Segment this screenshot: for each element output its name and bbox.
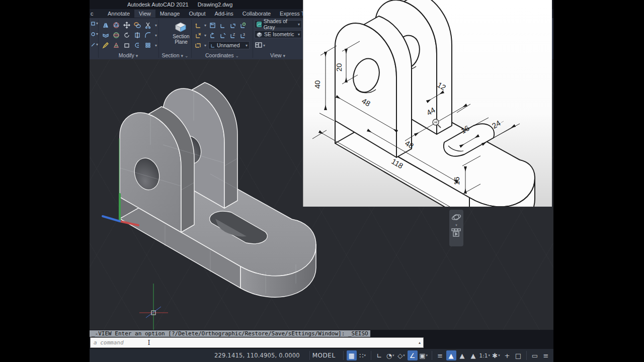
slice-icon[interactable] <box>133 31 141 39</box>
text-cursor-icon: I <box>148 339 150 346</box>
annotation-scale-flag[interactable]: ▲ <box>468 350 478 360</box>
chevron-down-icon[interactable]: ▾ <box>154 43 157 48</box>
command-history-text: _-VIEW Enter an option [?/Delete/Orthogr… <box>90 330 370 337</box>
snap-mode-toggle[interactable]: ∷▾ <box>358 350 368 360</box>
command-expand-icon[interactable]: ▴ <box>419 340 421 345</box>
polar-tracking-toggle[interactable]: ◔▾ <box>385 350 395 360</box>
panel-dialog-arrow-icon: ⌄ <box>185 53 189 58</box>
document-title: Drawing2.dwg <box>198 2 233 8</box>
mirror-icon[interactable] <box>102 21 110 29</box>
ucs-save-icon[interactable] <box>208 21 216 29</box>
chevron-down-icon[interactable]: ▾ <box>455 224 457 227</box>
isolate-objects-button[interactable]: □ <box>513 350 523 360</box>
panel-label-section[interactable]: Section ▾ ⌄ <box>159 52 191 58</box>
dim-lug-height: 40 <box>313 80 321 89</box>
tab-add-ins[interactable]: Add-ins <box>210 10 238 18</box>
view-cube-icon <box>257 32 262 37</box>
ucs-named-icon[interactable] <box>194 41 202 49</box>
offset-icon[interactable] <box>133 41 141 49</box>
tab-output[interactable]: Output <box>184 10 210 18</box>
chevron-down-icon[interactable]: ▾ <box>204 43 206 48</box>
autoscale-toggle[interactable]: ▲ <box>457 350 467 360</box>
panel-label-view[interactable]: View ▾ <box>254 52 302 58</box>
graphics-performance-button[interactable]: ▭ <box>530 350 540 360</box>
rotate-icon[interactable] <box>123 31 131 39</box>
view-preset-dropdown[interactable]: SE Isometric ▾ <box>255 30 302 38</box>
model-space-button[interactable]: MODEL <box>312 352 336 359</box>
reference-drawing-overlay: 40 20 48 12 44 48 118 16 24 16 <box>303 0 552 207</box>
move-icon[interactable] <box>123 21 131 29</box>
annotation-monitor-button[interactable]: + <box>502 350 512 360</box>
cone-measure-icon[interactable] <box>112 41 120 49</box>
isometric-drafting-toggle[interactable]: ◇▾ <box>396 350 407 360</box>
command-input[interactable]: a command I ▴ <box>90 337 424 348</box>
ucs-icon[interactable] <box>194 21 202 29</box>
ucs-previous-icon[interactable] <box>218 21 226 29</box>
command-row: a command I ▴ <box>90 337 553 349</box>
ucs-world-icon[interactable] <box>238 21 247 29</box>
chevron-down-icon: ▾ <box>364 353 366 357</box>
tab-manage[interactable]: Manage <box>155 10 185 18</box>
chevron-down-icon[interactable]: ▾ <box>263 43 265 48</box>
isodraft-icon: ◇ <box>397 352 403 359</box>
polar-icon: ◔ <box>386 352 392 359</box>
autocad-window: Autodesk AutoCAD 2021 Drawing2.dwg c Ann… <box>90 0 553 362</box>
ortho-mode-toggle[interactable]: ∟ <box>374 350 384 360</box>
3d-rotate-icon[interactable] <box>112 21 120 29</box>
viewport-config-icon[interactable] <box>255 41 263 49</box>
ucs-z-icon[interactable]: Z <box>228 31 236 39</box>
hamburger-icon: ≡ <box>543 352 549 359</box>
fillet-icon[interactable] <box>144 31 152 39</box>
ucs-object-icon[interactable] <box>228 21 236 29</box>
tab-view[interactable]: View <box>134 10 155 18</box>
panel-label-modify[interactable]: Modify ▾ <box>99 52 158 58</box>
coordinates-display: 229.1415, 110.4905, 0.0000 <box>214 352 300 359</box>
chevron-down-icon: ▾ <box>392 353 394 357</box>
autoscale-icon: ▲ <box>460 352 465 359</box>
lineweight-icon: ≡ <box>437 352 443 359</box>
clipped-tool-icon[interactable] <box>91 30 96 38</box>
panel-coordinates: ▾ ▾ Z 3 ▾ Unnamed <box>192 18 252 59</box>
sphere-icon[interactable] <box>112 31 120 39</box>
tab-collaborate[interactable]: Collaborate <box>238 10 275 18</box>
trim-icon[interactable] <box>144 21 152 29</box>
command-history[interactable]: _-VIEW Enter an option [?/Delete/Orthogr… <box>90 330 553 337</box>
orbit-icon[interactable] <box>451 212 461 222</box>
annotation-scale-button[interactable]: 1:1▾ <box>479 350 490 360</box>
grid-display-toggle[interactable]: ▦ <box>347 350 357 360</box>
panel-label-coordinates[interactable]: Coordinates ⌄ <box>192 52 252 58</box>
copy-icon[interactable] <box>133 21 141 29</box>
clipped-tool-icon[interactable] <box>91 20 96 28</box>
isolate-icon: □ <box>515 352 521 359</box>
rectangle-icon[interactable] <box>123 41 131 49</box>
tab-partial[interactable]: c <box>90 10 103 18</box>
ucs-name-dropdown[interactable]: Unnamed ▾ <box>208 41 250 49</box>
visual-style-dropdown[interactable]: Shades of Gray ▾ <box>255 20 302 28</box>
annotation-visibility-icon: ▲ <box>449 352 454 359</box>
pencil-icon[interactable] <box>102 41 110 49</box>
panel-view: Shades of Gray ▾ SE Isometric ▾ ▾ View ▾ <box>254 18 302 59</box>
chevron-down-icon[interactable]: ▾ <box>204 33 206 38</box>
panel-modify: ▾ ▾ ▾ Modify <box>99 18 158 59</box>
workspace-switching-button[interactable]: ✱▾ <box>491 350 501 360</box>
object-snap-tracking-toggle[interactable]: ∠ <box>408 350 418 360</box>
lineweight-toggle[interactable]: ≡ <box>435 350 445 360</box>
surface-icon[interactable] <box>102 31 110 39</box>
showmotion-icon[interactable] <box>451 228 461 237</box>
chevron-down-icon[interactable]: ▾ <box>154 33 157 38</box>
annotation-visibility-toggle[interactable]: ▲ <box>446 350 456 360</box>
tab-annotate[interactable]: Annotate <box>103 10 134 18</box>
ucs-3point-icon[interactable]: 3 <box>238 31 247 39</box>
array-icon[interactable] <box>144 41 152 49</box>
ucs-back-icon[interactable] <box>208 31 216 39</box>
customization-button[interactable]: ≡ <box>541 350 551 360</box>
chevron-down-icon[interactable]: ▾ <box>204 23 206 28</box>
chevron-down-icon: ▾ <box>426 353 428 357</box>
ucs-x-icon[interactable] <box>194 31 202 39</box>
chevron-down-icon: ▾ <box>488 353 490 357</box>
object-snap-toggle[interactable]: ▣▾ <box>419 350 429 360</box>
clipped-tool-icon[interactable] <box>91 41 96 49</box>
navigation-bar: ▾ <box>449 210 463 246</box>
chevron-down-icon[interactable]: ▾ <box>154 23 157 28</box>
ucs-origin-icon[interactable] <box>218 31 226 39</box>
